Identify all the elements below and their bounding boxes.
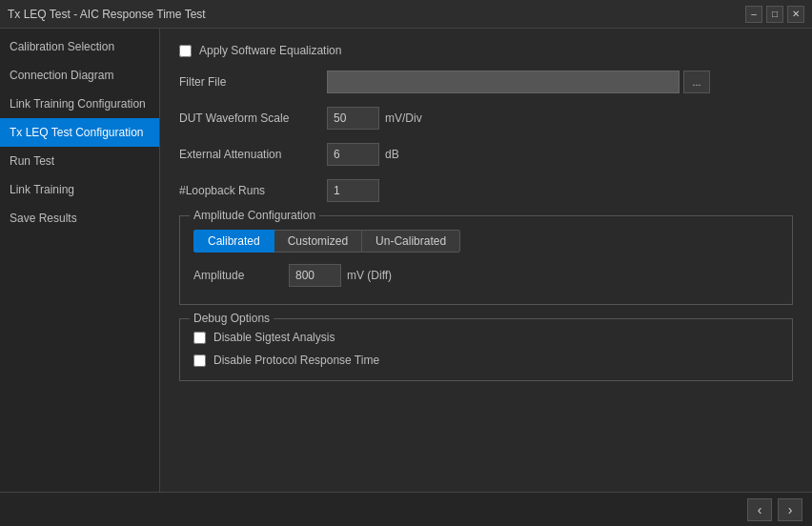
external-attenuation-label: External Attenuation (179, 148, 327, 161)
external-attenuation-row: External Attenuation dB (179, 143, 793, 166)
dut-waveform-scale-unit: mV/Div (385, 111, 422, 125)
filter-file-label: Filter File (179, 75, 327, 89)
amplitude-unit: mV (Diff) (347, 269, 392, 282)
external-attenuation-unit: dB (385, 148, 399, 161)
window-title: Tx LEQ Test - AIC Response Time Test (8, 8, 206, 21)
sidebar-item-run-test[interactable]: Run Test (0, 147, 159, 175)
dut-waveform-scale-row: DUT Waveform Scale mV/Div (179, 107, 793, 130)
tab-customized[interactable]: Customized (274, 230, 362, 253)
disable-protocol-label[interactable]: Disable Protocol Response Time (213, 354, 379, 367)
content-area: Apply Software Equalization Filter File … (160, 29, 812, 492)
sidebar-item-calibration-selection[interactable]: Calibration Selection (0, 32, 159, 61)
sidebar-item-tx-leq-test-config[interactable]: Tx LEQ Test Configuration (0, 118, 159, 147)
loopback-runs-label: #Loopback Runs (179, 184, 327, 197)
maximize-button[interactable]: □ (766, 6, 783, 23)
external-attenuation-input[interactable] (327, 143, 379, 166)
debug-options-group: Debug Options Disable Sigtest Analysis D… (179, 318, 793, 381)
sidebar-item-save-results[interactable]: Save Results (0, 204, 159, 233)
sidebar-item-link-training-config[interactable]: Link Training Configuration (0, 90, 159, 118)
close-button[interactable]: ✕ (787, 6, 804, 23)
bottom-bar: ‹ › (0, 492, 812, 526)
browse-button[interactable]: ... (683, 71, 710, 93)
disable-sigtest-row: Disable Sigtest Analysis (193, 331, 779, 344)
next-button[interactable]: › (778, 498, 802, 521)
tab-un-calibrated[interactable]: Un-Calibrated (361, 230, 460, 253)
sidebar-item-connection-diagram[interactable]: Connection Diagram (0, 61, 159, 90)
amplitude-row: Amplitude mV (Diff) (193, 264, 779, 287)
main-container: Calibration Selection Connection Diagram… (0, 29, 812, 492)
disable-protocol-row: Disable Protocol Response Time (193, 354, 779, 367)
dut-waveform-scale-input[interactable] (327, 107, 379, 130)
amplitude-tabs: Calibrated Customized Un-Calibrated (193, 230, 779, 253)
title-bar: Tx LEQ Test - AIC Response Time Test – □… (0, 0, 812, 29)
disable-sigtest-label[interactable]: Disable Sigtest Analysis (213, 331, 335, 344)
window-controls: – □ ✕ (745, 6, 804, 23)
apply-sw-eq-row: Apply Software Equalization (179, 44, 793, 57)
loopback-runs-row: #Loopback Runs (179, 179, 793, 202)
disable-protocol-checkbox[interactable] (193, 354, 206, 367)
prev-button[interactable]: ‹ (747, 498, 772, 521)
filter-file-input[interactable] (327, 71, 680, 93)
dut-waveform-scale-label: DUT Waveform Scale (179, 111, 327, 125)
amplitude-input[interactable] (289, 264, 341, 287)
apply-sw-eq-checkbox[interactable] (179, 45, 192, 57)
disable-sigtest-checkbox[interactable] (193, 332, 206, 344)
sidebar: Calibration Selection Connection Diagram… (0, 29, 160, 492)
debug-options-title: Debug Options (190, 312, 274, 325)
loopback-runs-input[interactable] (327, 179, 379, 202)
amplitude-label: Amplitude (193, 269, 289, 282)
apply-sw-eq-label[interactable]: Apply Software Equalization (199, 44, 341, 57)
sidebar-item-link-training[interactable]: Link Training (0, 175, 159, 204)
filter-file-row: Filter File ... (179, 71, 793, 93)
minimize-button[interactable]: – (745, 6, 762, 23)
amplitude-config-title: Amplitude Configuration (190, 209, 319, 222)
tab-calibrated[interactable]: Calibrated (193, 230, 274, 253)
amplitude-config-group: Amplitude Configuration Calibrated Custo… (179, 215, 793, 305)
